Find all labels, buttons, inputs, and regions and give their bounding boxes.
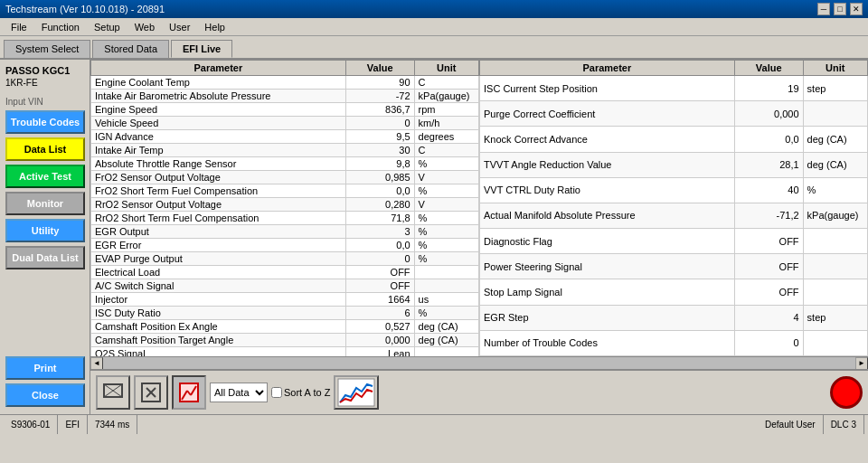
- tab-stored-data[interactable]: Stored Data: [92, 40, 169, 58]
- value-cell: 0,0: [734, 127, 803, 152]
- utility-button[interactable]: Utility: [5, 219, 85, 242]
- table-row: Electrical Load OFF: [91, 266, 479, 279]
- dual-data-list-button[interactable]: Dual Data List: [5, 246, 85, 269]
- menu-user[interactable]: User: [162, 20, 197, 34]
- unit-cell: [414, 279, 478, 293]
- unit-cell: C: [414, 76, 478, 90]
- right-data-table: Parameter Value Unit ISC Current Step Po…: [479, 60, 868, 356]
- maximize-button[interactable]: □: [834, 3, 846, 15]
- table-row: Knock Correct Advance 0,0 deg (CA): [480, 127, 868, 152]
- value-cell: 9,8: [345, 157, 414, 171]
- data-filter-dropdown[interactable]: All Data Option 1 Option 2: [210, 383, 268, 402]
- unit-cell: %: [414, 157, 478, 171]
- trouble-codes-button[interactable]: Trouble Codes: [5, 110, 85, 134]
- sort-checkbox[interactable]: [271, 387, 282, 398]
- param-cell: Engine Coolant Temp: [91, 76, 346, 90]
- value-cell: 0: [734, 330, 803, 355]
- table-row: IGN Advance 9,5 degrees: [91, 130, 479, 144]
- value-cell: Lean: [345, 347, 414, 357]
- toolbar-btn-1[interactable]: [96, 375, 130, 410]
- close-button[interactable]: Close: [5, 383, 85, 407]
- title-bar-controls: ─ □ ✕: [817, 3, 863, 15]
- minimize-button[interactable]: ─: [817, 3, 830, 15]
- tab-efi-live[interactable]: EFI Live: [171, 40, 232, 58]
- param-cell: EGR Output: [91, 225, 346, 239]
- value-cell: 30: [345, 144, 414, 157]
- unit-cell: [414, 347, 478, 357]
- toolbar-btn-2[interactable]: [134, 375, 168, 410]
- vehicle-title: PASSO KGC1: [5, 65, 84, 76]
- unit-cell: step: [803, 76, 867, 101]
- scroll-left-button[interactable]: ◄: [90, 357, 103, 370]
- param-cell: Power Steering Signal: [480, 254, 735, 279]
- right-param-header: Parameter: [480, 61, 735, 76]
- unit-cell: kPa(gauge): [414, 90, 478, 103]
- menu-file[interactable]: File: [4, 20, 34, 34]
- table-row: TVVT Angle Reduction Value 28,1 deg (CA): [480, 152, 868, 177]
- unit-cell: deg (CA): [414, 320, 478, 334]
- value-cell: OFF: [734, 229, 803, 254]
- unit-cell: [803, 101, 867, 127]
- active-test-button[interactable]: Active Test: [5, 165, 85, 188]
- param-cell: Purge Correct Coefficient: [480, 101, 735, 127]
- content-area: Parameter Value Unit Engine Coolant Temp…: [90, 60, 868, 414]
- param-cell: RrO2 Sensor Output Voltage: [91, 198, 346, 212]
- table-row: Camshaft Position Target Angle 0,000 deg…: [91, 334, 479, 347]
- table-row: RrO2 Sensor Output Voltage 0,280 V: [91, 198, 479, 212]
- table-row: RrO2 Short Term Fuel Compensation 71,8 %: [91, 212, 479, 225]
- param-cell: EGR Error: [91, 239, 346, 252]
- left-unit-header: Unit: [414, 61, 478, 76]
- menu-setup[interactable]: Setup: [87, 20, 127, 34]
- value-cell: 0: [345, 252, 414, 266]
- tab-system-select[interactable]: System Select: [4, 40, 90, 58]
- table-row: EVAP Purge Output 0 %: [91, 252, 479, 266]
- bottom-toolbar: All Data Option 1 Option 2 Sort A to Z: [90, 369, 868, 414]
- table-row: Engine Speed 836,7 rpm: [91, 103, 479, 117]
- record-button[interactable]: [830, 376, 863, 409]
- window-close-button[interactable]: ✕: [850, 3, 863, 15]
- unit-cell: V: [414, 171, 478, 184]
- table-row: Stop Lamp Signal OFF: [480, 279, 868, 305]
- left-value-header: Value: [345, 61, 414, 76]
- value-cell: 3: [345, 225, 414, 239]
- graph-button[interactable]: [334, 375, 379, 410]
- param-cell: Knock Correct Advance: [480, 127, 735, 152]
- unit-cell: V: [414, 198, 478, 212]
- unit-cell: %: [414, 239, 478, 252]
- scroll-right-button[interactable]: ►: [855, 357, 868, 370]
- param-cell: Number of Trouble Codes: [480, 330, 735, 355]
- param-cell: IGN Advance: [91, 130, 346, 144]
- unit-cell: us: [414, 293, 478, 307]
- menu-web[interactable]: Web: [127, 20, 162, 34]
- tables-container[interactable]: Parameter Value Unit Engine Coolant Temp…: [90, 60, 868, 356]
- right-value-header: Value: [734, 61, 803, 76]
- unit-cell: %: [414, 212, 478, 225]
- unit-cell: %: [414, 225, 478, 239]
- table-row: Purge Correct Coefficient 0,000: [480, 101, 868, 127]
- table-row: Vehicle Speed 0 km/h: [91, 117, 479, 130]
- param-cell: EVAP Purge Output: [91, 252, 346, 266]
- param-cell: Camshaft Position Ex Angle: [91, 320, 346, 334]
- table-row: ISC Current Step Position 19 step: [480, 76, 868, 101]
- menu-help[interactable]: Help: [197, 20, 232, 34]
- menu-function[interactable]: Function: [34, 20, 87, 34]
- value-cell: OFF: [734, 279, 803, 305]
- unit-cell: %: [414, 184, 478, 198]
- horizontal-scrollbar[interactable]: ◄ ►: [90, 356, 868, 369]
- unit-cell: deg (CA): [803, 127, 867, 152]
- param-cell: FrO2 Sensor Output Voltage: [91, 171, 346, 184]
- param-cell: A/C Switch Signal: [91, 279, 346, 293]
- data-list-button[interactable]: Data List: [5, 137, 85, 161]
- param-cell: Engine Speed: [91, 103, 346, 117]
- value-cell: 0,527: [345, 320, 414, 334]
- value-cell: OFF: [345, 279, 414, 293]
- value-cell: 0,0: [345, 239, 414, 252]
- scroll-track[interactable]: [103, 357, 855, 370]
- table-row: O2S Signal Lean: [91, 347, 479, 357]
- table-row: VVT CTRL Duty Ratio 40 %: [480, 177, 868, 203]
- table-row: Injector 1664 us: [91, 293, 479, 307]
- print-button[interactable]: Print: [5, 356, 85, 380]
- monitor-button[interactable]: Monitor: [5, 192, 85, 215]
- value-cell: 0,0: [345, 184, 414, 198]
- toolbar-btn-3[interactable]: [172, 375, 206, 410]
